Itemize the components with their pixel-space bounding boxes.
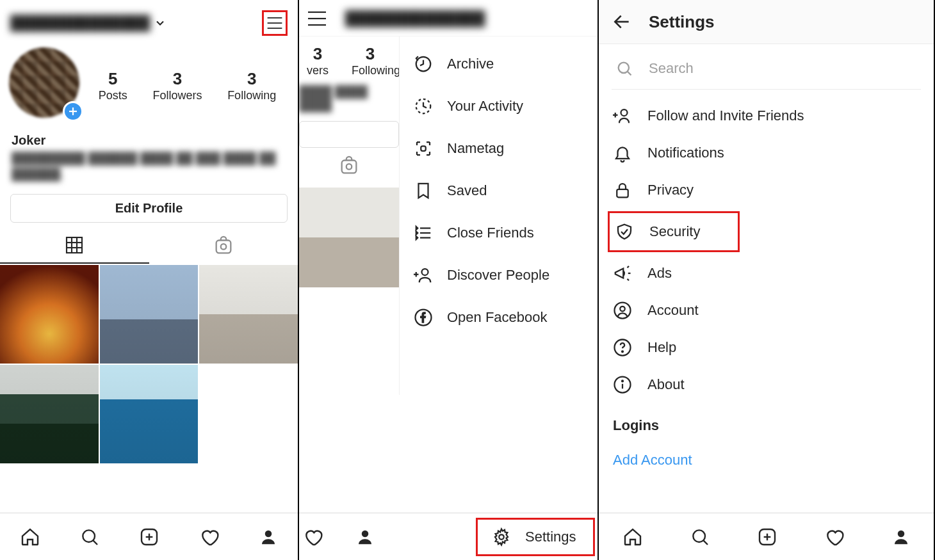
menu-item-activity[interactable]: Your Activity: [400, 85, 598, 127]
display-name: Joker: [12, 133, 286, 148]
stat-following-count: 3: [227, 69, 276, 89]
settings-item-about[interactable]: About: [599, 366, 934, 403]
discover-people-icon: [412, 264, 434, 286]
svg-point-22: [346, 164, 352, 170]
bio-block: Joker █████████ ██████ ████ ██ ███ ████ …: [0, 129, 298, 189]
settings-item-label: Security: [649, 223, 700, 240]
new-post-icon[interactable]: [139, 527, 159, 547]
menu-item-close-friends[interactable]: Close Friends: [400, 212, 598, 254]
activity-heart-icon[interactable]: [303, 527, 323, 547]
person-circle-icon: [613, 301, 632, 320]
menu-item-facebook[interactable]: Open Facebook: [400, 296, 598, 339]
settings-item-label: Ads: [647, 265, 672, 282]
svg-rect-44: [617, 189, 628, 198]
settings-item-security[interactable]: Security: [608, 211, 740, 252]
svg-point-55: [693, 530, 705, 542]
svg-line-56: [703, 540, 708, 545]
menu-item-nametag[interactable]: Nametag: [400, 127, 598, 170]
photo-thumb[interactable]: [100, 365, 199, 463]
search-icon[interactable]: [79, 527, 100, 547]
bio-text-partial: ████ ████ ████: [299, 80, 399, 116]
settings-title: Settings: [649, 12, 715, 32]
edit-profile-button[interactable]: Edit Profile: [10, 194, 288, 223]
help-icon: [613, 338, 632, 357]
bottom-nav: [0, 513, 298, 560]
profile-stats-row: 5 Posts 3 Followers 3 Following: [0, 41, 298, 129]
photo-thumb[interactable]: [100, 265, 199, 364]
stat-posts-label: Posts: [99, 89, 127, 102]
gear-icon: [491, 526, 512, 548]
side-drawer: Archive Your Activity Nametag Saved Clos…: [399, 36, 598, 395]
photo-thumb[interactable]: [0, 365, 99, 463]
settings-item-label: Privacy: [647, 182, 694, 198]
activity-icon: [412, 95, 434, 117]
svg-rect-21: [342, 161, 357, 173]
tab-grid[interactable]: [0, 228, 149, 264]
chevron-down-icon[interactable]: [154, 17, 167, 29]
stat-following[interactable]: 3 Following: [227, 69, 276, 102]
hamburger-menu-button[interactable]: [307, 10, 327, 27]
stat-posts[interactable]: 5 Posts: [99, 69, 127, 102]
settings-item-help[interactable]: Help: [599, 329, 934, 366]
svg-point-17: [265, 530, 272, 537]
photo-thumb[interactable]: [0, 265, 99, 364]
add-friend-icon: [613, 106, 632, 125]
add-story-badge[interactable]: [63, 101, 83, 122]
svg-rect-25: [421, 146, 426, 151]
drawer-settings-button[interactable]: Settings: [476, 518, 595, 556]
photo-grid: [0, 265, 298, 463]
settings-item-account[interactable]: Account: [599, 292, 934, 329]
activity-heart-icon[interactable]: [199, 527, 220, 547]
settings-item-label: Follow and Invite Friends: [647, 108, 804, 124]
stat-following-partial: 3 Following: [352, 44, 389, 77]
shield-icon: [615, 222, 634, 241]
bottom-nav: [599, 513, 934, 560]
facebook-icon: [412, 307, 434, 328]
tab-tagged-partial: [299, 148, 399, 184]
svg-line-13: [93, 540, 97, 545]
settings-item-ads[interactable]: Ads: [599, 255, 934, 292]
svg-point-49: [620, 307, 625, 312]
home-icon[interactable]: [20, 527, 40, 547]
settings-item-label: Help: [647, 339, 676, 356]
profile-icon[interactable]: [355, 527, 375, 547]
photo-thumb-empty: [199, 365, 298, 463]
back-arrow-icon[interactable]: [612, 12, 632, 32]
stat-followers[interactable]: 3 Followers: [152, 69, 202, 102]
svg-rect-10: [216, 241, 231, 253]
new-post-icon[interactable]: [757, 527, 777, 547]
add-account-link[interactable]: Add Account: [599, 439, 934, 468]
svg-marker-30: [416, 232, 418, 235]
svg-point-12: [83, 530, 95, 542]
menu-item-saved[interactable]: Saved: [400, 170, 598, 212]
svg-point-48: [615, 303, 631, 319]
svg-point-60: [897, 530, 904, 537]
hamburger-menu-button[interactable]: [262, 10, 288, 36]
settings-search[interactable]: Search: [612, 60, 921, 90]
profile-icon[interactable]: [891, 527, 911, 547]
svg-point-41: [621, 109, 628, 116]
tab-tagged[interactable]: [149, 228, 298, 264]
settings-item-label: About: [647, 376, 685, 393]
settings-label: Settings: [525, 529, 576, 545]
menu-item-label: Saved: [447, 182, 487, 199]
home-icon[interactable]: [622, 527, 643, 547]
avatar[interactable]: [9, 47, 86, 124]
svg-point-39: [619, 63, 629, 73]
settings-item-notifications[interactable]: Notifications: [599, 134, 934, 172]
menu-item-archive[interactable]: Archive: [400, 43, 598, 85]
menu-item-label: Close Friends: [447, 225, 534, 241]
activity-heart-icon[interactable]: [824, 527, 845, 547]
photo-thumb[interactable]: [199, 265, 298, 364]
stat-following-label: Following: [227, 89, 276, 102]
menu-item-discover[interactable]: Discover People: [400, 254, 598, 296]
close-friends-icon: [412, 222, 434, 244]
logins-section-header: Logins: [599, 403, 934, 439]
settings-item-follow-invite[interactable]: Follow and Invite Friends: [599, 97, 934, 134]
svg-point-11: [221, 244, 227, 250]
menu-item-label: Archive: [447, 56, 494, 72]
search-icon[interactable]: [690, 527, 710, 547]
profile-icon[interactable]: [259, 527, 278, 547]
username-handle[interactable]: ██████████████: [10, 15, 150, 31]
settings-item-privacy[interactable]: Privacy: [599, 172, 934, 209]
